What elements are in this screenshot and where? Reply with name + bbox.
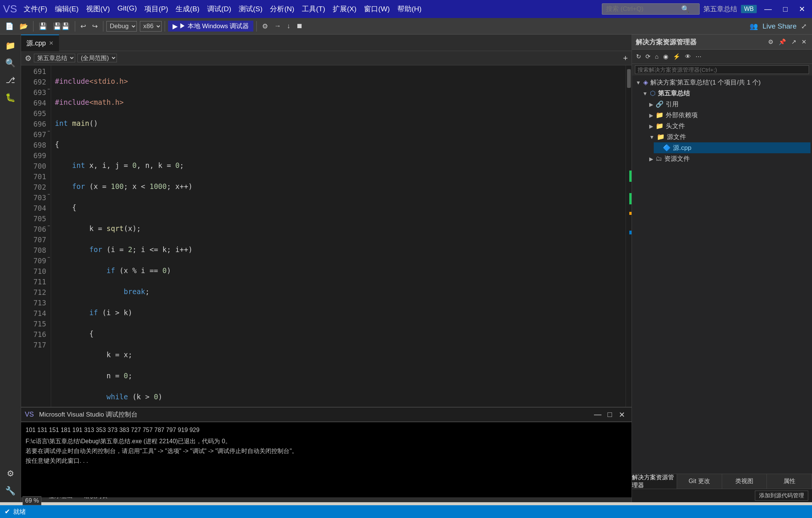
tree-external-deps[interactable]: ▶ 📁 外部依赖项 [647, 110, 810, 121]
live-share-label[interactable]: Live Share [762, 22, 797, 30]
menu-window[interactable]: 窗口(W) [360, 3, 394, 15]
menu-test[interactable]: 测试(S) [235, 3, 266, 15]
vertical-scrollbar[interactable] [626, 65, 632, 407]
sol-sync-button[interactable]: ↻ [634, 52, 643, 61]
zoom-indicator[interactable]: 69 % [23, 496, 41, 505]
live-share-icon[interactable]: 👥 [747, 21, 760, 31]
tree-references[interactable]: ▶ 🔗 引用 [647, 99, 810, 110]
ext-label: 外部依赖项 [666, 111, 698, 119]
stop-button[interactable]: ⏹ [294, 21, 305, 31]
sidebar-git-icon[interactable]: ⎇ [2, 72, 19, 89]
console-panel: VS Microsoft Visual Studio 调试控制台 — □ ✕ 1… [21, 407, 632, 489]
scrollbar-thumb[interactable] [627, 69, 631, 88]
sol-home-button[interactable]: ⌂ [653, 53, 661, 61]
menu-edit[interactable]: 编辑(E) [51, 3, 82, 15]
res-folder-icon: 🗂 [656, 155, 662, 163]
save-all-button[interactable]: 💾💾 [51, 21, 72, 31]
sol-preview-button[interactable]: 👁 [683, 53, 693, 61]
solution-pin-button[interactable]: 📌 [777, 38, 788, 46]
console-close-button[interactable]: ✕ [616, 409, 628, 421]
code-content[interactable]: #include<stdio.h> #include<math.h> int m… [51, 65, 632, 407]
expand-button[interactable]: ⤢ [799, 21, 809, 31]
editor-container: 源.cpp ✕ ⚙ 第五章总结 (全局范围) + 691 692 693 694… [21, 35, 632, 502]
solution-explorer-header: 解决方案资源管理器 ⚙ 📌 ↗ ✕ [632, 35, 812, 50]
search-input[interactable] [606, 5, 681, 13]
add-scope-button[interactable]: + [623, 53, 628, 63]
settings-icon[interactable]: ⚙ [25, 54, 32, 63]
undo-button[interactable]: ↩ [78, 21, 88, 31]
toolbar-separator-1 [33, 21, 33, 32]
project-node[interactable]: ▼ ⬡ 第五章总结 [640, 88, 810, 99]
solution-root[interactable]: ▼ ◈ 解决方案'第五章总结'(1 个项目/共 1 个) [633, 77, 810, 88]
toolbar-separator-2 [75, 21, 75, 32]
step-into-button[interactable]: ↓ [285, 21, 292, 31]
menu-tools[interactable]: 工具(T) [298, 3, 329, 15]
menu-help[interactable]: 帮助(H) [394, 3, 425, 15]
breadcrumb-scope-right[interactable]: (全局范围) [77, 54, 117, 62]
menu-view[interactable]: 视图(V) [82, 3, 114, 15]
minimize-button[interactable]: — [760, 5, 776, 14]
tree-source-files[interactable]: ▼ 📁 源文件 [647, 131, 810, 142]
save-button[interactable]: 💾 [36, 21, 49, 31]
debug-config-dropdown[interactable]: Debug [106, 21, 137, 32]
fold-706[interactable]: − [47, 223, 53, 228]
tab-close-icon[interactable]: ✕ [49, 40, 54, 47]
toolbar: 📄 📂 💾 💾💾 ↩ ↪ Debug x86 ▶ ▶ 本地 Windows 调试… [0, 18, 812, 35]
fold-693[interactable]: − [47, 86, 53, 92]
sidebar-search-icon[interactable]: 🔍 [2, 55, 19, 71]
run-button[interactable]: ▶ ▶ 本地 Windows 调试器 [168, 21, 253, 32]
step-over-button[interactable]: → [272, 21, 283, 31]
console-tabs: VS Microsoft Visual Studio 调试控制台 — □ ✕ [21, 408, 632, 422]
maximize-button[interactable]: □ [779, 5, 791, 14]
ext-folder-icon: 📁 [656, 111, 664, 119]
solution-search-input[interactable] [635, 65, 809, 74]
solution-settings-button[interactable]: ⚙ [766, 38, 775, 46]
menu-analyze[interactable]: 分析(N) [266, 3, 298, 15]
redo-button[interactable]: ↪ [90, 21, 100, 31]
add-to-source-control-button[interactable]: 添加到源代码管理 [755, 491, 808, 501]
sidebar-tools-icon[interactable]: 🔧 [2, 483, 19, 499]
user-avatar: WB [741, 5, 757, 13]
sidebar-debug-icon[interactable]: 🐛 [2, 89, 19, 106]
solution-undock-button[interactable]: ↗ [789, 38, 798, 46]
sol-tab-explorer[interactable]: 解决方案资源管理器 [632, 474, 677, 489]
open-file-button[interactable]: 📂 [17, 21, 30, 31]
menu-project[interactable]: 项目(P) [141, 3, 172, 15]
console-minimize-button[interactable]: — [592, 409, 604, 421]
search-icon: 🔍 [681, 5, 689, 13]
fold-711[interactable]: − [47, 255, 53, 260]
console-maximize-button[interactable]: □ [604, 409, 616, 421]
menu-file[interactable]: 文件(F) [20, 3, 51, 15]
ref-icon: 🔗 [656, 100, 664, 108]
tree-header-files[interactable]: ▶ 📁 头文件 [647, 121, 810, 131]
tree-source-cpp[interactable]: 🔷 源.cpp [654, 142, 810, 153]
sol-refresh-button[interactable]: ⟳ [644, 52, 652, 61]
ref-label: 引用 [666, 100, 679, 109]
solution-close-button[interactable]: ✕ [800, 38, 808, 46]
main-layout: 📁 🔍 ⎇ 🐛 ⚙ 🔧 源.cpp ✕ ⚙ 第五章总结 (全局范围) + [0, 35, 812, 502]
platform-dropdown[interactable]: x86 [140, 21, 162, 32]
new-file-button[interactable]: 📄 [3, 21, 16, 31]
sol-show-all-button[interactable]: ◉ [661, 52, 670, 61]
sol-filter-button[interactable]: ⚡ [671, 52, 682, 61]
menu-extensions[interactable]: 扩展(X) [329, 3, 360, 15]
search-box[interactable]: 🔍 [602, 3, 700, 15]
breadcrumb-scope-left[interactable]: 第五章总结 [34, 54, 75, 62]
sol-tab-properties[interactable]: 属性 [767, 474, 812, 489]
close-button[interactable]: ✕ [795, 5, 809, 14]
menu-debug[interactable]: 调试(D) [203, 3, 235, 15]
sidebar-extensions-icon[interactable]: ⚙ [2, 465, 19, 482]
sidebar-explorer-icon[interactable]: 📁 [2, 38, 19, 54]
fold-696[interactable]: − [47, 128, 53, 134]
editor-tab-source[interactable]: 源.cpp ✕ [21, 35, 59, 51]
tree-resource-files[interactable]: ▶ 🗂 资源文件 [647, 153, 810, 164]
status-icon: ✔ [5, 507, 10, 516]
menu-git[interactable]: Git(G) [114, 3, 141, 15]
gutter-fold: − − − − − [47, 65, 53, 407]
breakpoint-button[interactable]: ⚙ [260, 21, 270, 31]
sol-more-button[interactable]: ⋯ [694, 52, 703, 61]
fold-702[interactable]: − [47, 192, 53, 197]
sol-tab-git[interactable]: Git 更改 [677, 474, 722, 489]
sol-tab-classview[interactable]: 类视图 [722, 474, 767, 489]
menu-build[interactable]: 生成(B) [172, 3, 203, 15]
